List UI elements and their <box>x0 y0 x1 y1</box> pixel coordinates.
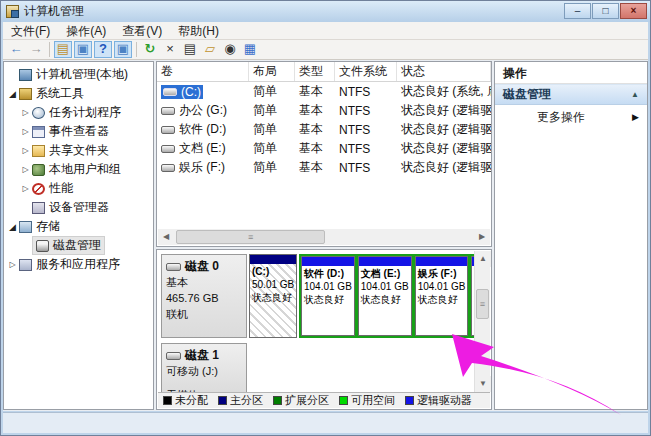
column-header-volume[interactable]: 卷 <box>157 62 249 81</box>
search-icon[interactable]: ◉ <box>221 41 239 58</box>
partition-type-strip <box>250 255 296 264</box>
services-applications-icon <box>19 259 32 271</box>
device-manager-icon <box>32 202 45 214</box>
scroll-left-icon[interactable]: ◀ <box>158 229 174 245</box>
show-actions-pane-icon[interactable]: ▣ <box>114 41 132 58</box>
legend-swatch-logical <box>405 396 414 405</box>
vertical-scrollbar[interactable]: ▲ ≡ ▼ <box>474 251 490 392</box>
expander-icon[interactable]: ▷ <box>19 127 32 136</box>
menu-view[interactable]: 查看(V) <box>114 22 170 39</box>
column-header-layout[interactable]: 布局 <box>249 62 295 81</box>
toolbar: ← → ▤ ▣ ? ▣ ↻ × ▤ ▱ ◉ ▦ <box>3 40 648 60</box>
disk0-label[interactable]: 磁盘 0 基本 465.76 GB 联机 <box>161 254 247 338</box>
tree-item-system-tools[interactable]: ◢ 系统工具 <box>6 84 153 103</box>
properties-icon[interactable]: ▤ <box>181 41 199 58</box>
actions-pane: 操作 磁盘管理 ▲ 更多操作 ▶ <box>494 61 648 410</box>
table-row-g[interactable]: 办公 (G:) 简单 基本 NTFS 状态良好 (逻辑驱动器 <box>157 101 491 120</box>
legend-swatch-unallocated <box>163 396 172 405</box>
legend-swatch-free <box>339 396 348 405</box>
menu-action[interactable]: 操作(A) <box>58 22 114 39</box>
partition-e[interactable]: 文档 (E:) 104.01 GB 状态良好 <box>358 256 412 336</box>
title-bar: 计算机管理 – □ × <box>1 1 650 22</box>
storage-icon <box>19 221 32 233</box>
table-row-d[interactable]: 软件 (D:) 简单 基本 NTFS 状态良好 (逻辑驱动器 <box>157 120 491 139</box>
disk1-label[interactable]: 磁盘 1 可移动 (J:) 无媒体 <box>161 343 247 392</box>
actions-pane-title: 操作 <box>495 62 647 84</box>
expander-icon[interactable]: ▷ <box>19 146 32 155</box>
column-header-filesystem[interactable]: 文件系统 <box>335 62 397 81</box>
legend-swatch-primary <box>218 396 227 405</box>
tree-item-shared-folders[interactable]: ▷ 共享文件夹 <box>19 141 153 160</box>
expander-icon[interactable]: ◢ <box>6 89 19 99</box>
forward-icon[interactable]: → <box>27 41 45 58</box>
volume-icon <box>161 107 175 115</box>
tree-item-disk-management[interactable]: 磁盘管理 <box>19 236 153 255</box>
delete-icon[interactable]: × <box>161 41 179 58</box>
console-window-icon[interactable]: ▣ <box>74 41 92 58</box>
computer-management-window: 计算机管理 – □ × 文件(F) 操作(A) 查看(V) 帮助(H) ← → … <box>0 0 651 436</box>
window-title: 计算机管理 <box>24 3 84 20</box>
volume-table-header: 卷 布局 类型 文件系统 状态 <box>157 62 491 82</box>
table-row-e[interactable]: 文档 (E:) 简单 基本 NTFS 状态良好 (逻辑驱动器 <box>157 139 491 158</box>
computer-icon <box>19 69 32 81</box>
menu-file[interactable]: 文件(F) <box>3 22 58 39</box>
disk1-row: 磁盘 1 可移动 (J:) 无媒体 <box>161 343 471 392</box>
close-button[interactable]: × <box>620 3 647 19</box>
partition-c[interactable]: (C:) 50.01 GB 状态良好 <box>249 254 297 338</box>
toolbar-separator <box>136 42 137 57</box>
console-tree-pane: 计算机管理(本地) ◢ 系统工具 ▷ 任务计划程序 ▷ 事件查看器 <box>3 61 154 410</box>
tree-item-computer-management[interactable]: 计算机管理(本地) <box>6 65 153 84</box>
more-actions-item[interactable]: 更多操作 ▶ <box>495 105 647 129</box>
table-row-f[interactable]: 娱乐 (F:) 简单 基本 NTFS 状态良好 (逻辑驱动器 <box>157 158 491 177</box>
scroll-down-icon[interactable]: ▼ <box>475 376 491 392</box>
table-row-c[interactable]: (C:) 简单 基本 NTFS 状态良好 (系统, 启动, <box>157 82 491 101</box>
back-icon[interactable]: ← <box>7 41 25 58</box>
volume-list-pane: 卷 布局 类型 文件系统 状态 (C:) 简单 基本 NTFS 状态良好 (系统… <box>156 61 492 247</box>
volume-icon <box>161 126 175 134</box>
scrollbar-thumb[interactable]: ≡ <box>476 289 489 319</box>
horizontal-scrollbar[interactable]: ◀ ≡ ▶ <box>158 229 490 245</box>
toolbar-separator <box>49 42 50 57</box>
partition-d[interactable]: 软件 (D:) 104.01 GB 状态良好 <box>301 256 355 336</box>
expander-icon[interactable]: ◢ <box>6 222 19 232</box>
scroll-right-icon[interactable]: ▶ <box>474 229 490 245</box>
open-folder-icon[interactable]: ▱ <box>201 41 219 58</box>
tree-item-event-viewer[interactable]: ▷ 事件查看器 <box>19 122 153 141</box>
expander-icon[interactable]: ▷ <box>19 108 32 117</box>
actions-section-disk-management[interactable]: 磁盘管理 ▲ <box>495 84 647 105</box>
partition-legend: 未分配 主分区 扩展分区 可用空间 逻辑驱动器 <box>158 392 490 408</box>
tree-item-task-scheduler[interactable]: ▷ 任务计划程序 <box>19 103 153 122</box>
snap-in-icon[interactable]: ▦ <box>241 41 259 58</box>
minimize-button[interactable]: – <box>564 3 591 19</box>
removable-disk-icon <box>166 352 181 360</box>
tree-item-services-applications[interactable]: ▷ 服务和应用程序 <box>6 255 153 274</box>
tree-item-device-manager[interactable]: 设备管理器 <box>19 198 153 217</box>
partition-type-strip <box>416 257 468 266</box>
disk0-row: 磁盘 0 基本 465.76 GB 联机 (C:) 50.01 GB 状态良好 <box>161 254 471 338</box>
volume-icon <box>161 164 175 172</box>
column-header-type[interactable]: 类型 <box>295 62 335 81</box>
column-header-status[interactable]: 状态 <box>397 62 491 81</box>
task-scheduler-icon <box>32 107 45 119</box>
expander-icon[interactable]: ▷ <box>19 165 32 174</box>
scroll-up-icon[interactable]: ▲ <box>475 251 491 267</box>
app-icon <box>6 5 19 18</box>
menu-bar: 文件(F) 操作(A) 查看(V) 帮助(H) <box>3 22 648 40</box>
system-tools-icon <box>19 88 32 100</box>
tree-item-storage[interactable]: ◢ 存储 <box>6 217 153 236</box>
menu-help[interactable]: 帮助(H) <box>170 22 227 39</box>
collapse-icon[interactable]: ▲ <box>631 90 639 99</box>
partition-f[interactable]: 娱乐 (F:) 104.01 GB 状态良好 <box>415 256 469 336</box>
volume-icon <box>163 88 177 96</box>
expander-icon[interactable]: ▷ <box>19 184 32 193</box>
refresh-icon[interactable]: ↻ <box>141 41 159 58</box>
expander-icon[interactable]: ▷ <box>6 260 19 269</box>
main-area: 计算机管理(本地) ◢ 系统工具 ▷ 任务计划程序 ▷ 事件查看器 <box>3 60 648 411</box>
local-users-groups-icon <box>32 164 45 176</box>
scrollbar-thumb[interactable]: ≡ <box>176 230 325 244</box>
show-console-tree-icon[interactable]: ▤ <box>54 41 72 58</box>
maximize-button[interactable]: □ <box>592 3 619 19</box>
help-icon[interactable]: ? <box>94 41 112 58</box>
tree-item-local-users-groups[interactable]: ▷ 本地用户和组 <box>19 160 153 179</box>
tree-item-performance[interactable]: ▷ 性能 <box>19 179 153 198</box>
